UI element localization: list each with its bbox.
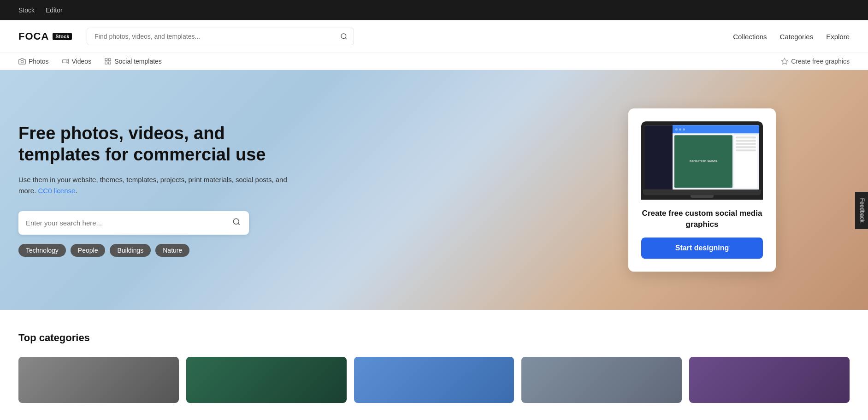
categories-grid — [18, 357, 850, 403]
tag-nature[interactable]: Nature — [155, 244, 189, 257]
cc0-license-link[interactable]: CC0 license — [38, 187, 76, 195]
laptop-canvas-text: Farm fresh salads — [674, 135, 732, 188]
topbar-editor-link[interactable]: Editor — [46, 6, 63, 14]
svg-line-1 — [345, 38, 347, 39]
feedback-label: Feedback — [859, 198, 866, 222]
nav-categories[interactable]: Categories — [780, 33, 814, 41]
topbar-stock-link[interactable]: Stock — [18, 6, 35, 14]
svg-rect-6 — [108, 59, 111, 61]
camera-icon — [18, 58, 26, 65]
svg-point-0 — [341, 34, 346, 39]
tag-technology[interactable]: Technology — [18, 244, 66, 257]
hero-desc-suffix: . — [75, 187, 77, 195]
category-card-2[interactable] — [186, 357, 347, 403]
svg-rect-3 — [62, 60, 67, 63]
sparkle-icon — [781, 58, 788, 65]
hero-card-title: Create free custom social media graphics — [641, 208, 763, 230]
svg-rect-8 — [105, 62, 107, 64]
subnav-photos[interactable]: Photos — [18, 58, 49, 65]
hero-card: Farm fresh salads Create free custom — [628, 108, 776, 272]
svg-marker-9 — [781, 58, 787, 64]
video-icon — [62, 58, 69, 65]
subnav-videos[interactable]: Videos — [62, 58, 92, 65]
svg-rect-5 — [105, 59, 107, 61]
stock-badge: Stock — [53, 33, 72, 40]
svg-point-10 — [233, 219, 239, 224]
subnav-photos-label: Photos — [29, 58, 49, 65]
hero-section: Free photos, videos, and templates for c… — [0, 70, 868, 310]
main-header: FOCA Stock Collections Categories Explor… — [0, 20, 868, 53]
sub-nav-right: Create free graphics — [781, 58, 850, 65]
logo-text: FOCA — [18, 30, 49, 42]
header-search-button[interactable] — [334, 28, 354, 45]
nav-collections[interactable]: Collections — [733, 33, 767, 41]
hero-title: Free photos, videos, and templates for c… — [18, 123, 295, 165]
subnav-videos-label: Videos — [72, 58, 92, 65]
hero-search-button[interactable] — [226, 213, 247, 233]
create-graphics-link[interactable]: Create free graphics — [781, 58, 850, 65]
categories-title: Top categories — [18, 332, 850, 344]
svg-marker-4 — [67, 59, 68, 63]
subnav-social-templates-label: Social templates — [114, 58, 162, 65]
create-graphics-label: Create free graphics — [791, 58, 850, 65]
sub-nav: Photos Videos Social templates Create fr… — [0, 53, 868, 70]
search-tags: Technology People Buildings Nature — [18, 244, 295, 257]
svg-rect-7 — [108, 62, 111, 64]
hero-search-input[interactable] — [26, 214, 226, 231]
header-nav: Collections Categories Explore — [733, 33, 850, 41]
tag-buildings[interactable]: Buildings — [110, 244, 151, 257]
search-icon — [340, 33, 348, 40]
hero-content: Free photos, videos, and templates for c… — [18, 123, 295, 257]
start-designing-button[interactable]: Start designing — [641, 237, 763, 259]
categories-section: Top categories — [0, 310, 868, 418]
svg-line-11 — [238, 224, 239, 225]
category-card-4[interactable] — [521, 357, 682, 403]
category-card-1[interactable] — [18, 357, 179, 403]
search-icon — [232, 218, 241, 226]
logo-area: FOCA Stock — [18, 30, 72, 42]
subnav-social-templates[interactable]: Social templates — [104, 58, 162, 65]
tag-people[interactable]: People — [71, 244, 106, 257]
grid-icon — [104, 58, 112, 65]
nav-explore[interactable]: Explore — [826, 33, 850, 41]
hero-description: Use them in your website, themes, templa… — [18, 174, 295, 196]
header-search-input[interactable] — [87, 28, 354, 45]
laptop-illustration: Farm fresh salads — [641, 121, 763, 200]
svg-point-2 — [21, 60, 23, 63]
hero-search-box — [18, 211, 249, 235]
category-card-5[interactable] — [689, 357, 850, 403]
header-search-bar — [87, 28, 354, 45]
category-card-3[interactable] — [354, 357, 514, 403]
feedback-tab[interactable]: Feedback — [856, 191, 868, 229]
sub-nav-left: Photos Videos Social templates — [18, 58, 162, 65]
top-bar: Stock Editor — [0, 0, 868, 20]
